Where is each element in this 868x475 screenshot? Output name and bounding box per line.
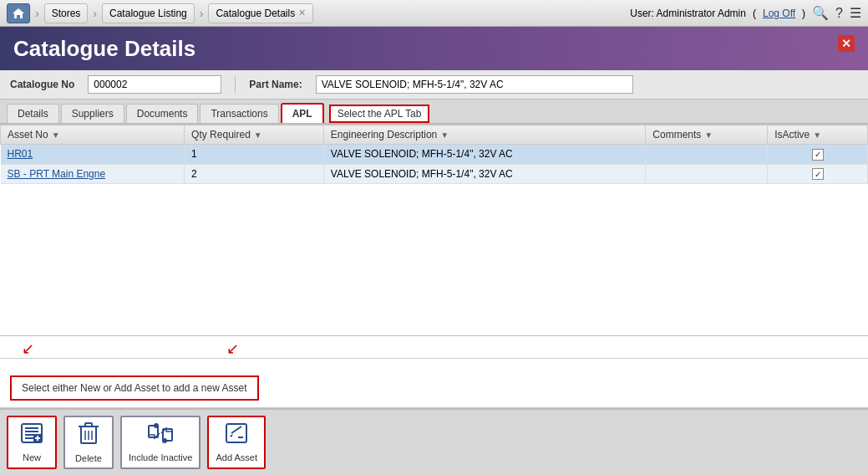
annotation-area: Select either New or Add Asset to add a …	[0, 358, 868, 408]
col-eng-desc[interactable]: Engineering Description ▼	[323, 125, 645, 145]
main-window: Catalogue Details ✕ Catalogue No Part Na…	[0, 27, 868, 475]
svg-marker-21	[230, 434, 233, 437]
breadcrumb-stores[interactable]: Stores	[44, 3, 89, 23]
add-asset-label: Add Asset	[216, 452, 257, 462]
apl-table-container[interactable]: Asset No ▼ Qty Required ▼	[0, 125, 868, 336]
tab-suppliers[interactable]: Suppliers	[61, 104, 124, 123]
home-button[interactable]	[7, 3, 30, 23]
svg-point-17	[154, 423, 159, 428]
search-icon[interactable]: 🔍	[812, 5, 829, 21]
include-inactive-icon	[148, 422, 173, 449]
col-comments[interactable]: Comments ▼	[646, 125, 768, 145]
tab-transactions[interactable]: Transactions	[200, 104, 278, 123]
breadcrumb-catalogue-details[interactable]: Catalogue Details ✕	[208, 3, 313, 23]
new-label: New	[23, 452, 41, 462]
new-icon	[20, 422, 43, 449]
cell-is-active	[768, 164, 868, 184]
cell-asset-no: HR01	[1, 145, 185, 165]
svg-marker-0	[13, 8, 24, 18]
is-active-checkbox[interactable]	[812, 149, 824, 161]
toolbar: New Delete	[0, 408, 868, 475]
delete-label: Delete	[75, 453, 102, 463]
new-button[interactable]: New	[7, 416, 57, 469]
cell-asset-no: SB - PRT Main Engne	[1, 164, 185, 184]
col-qty-required[interactable]: Qty Required ▼	[185, 125, 324, 145]
delete-button[interactable]: Delete	[63, 416, 114, 469]
tab-apl[interactable]: APL	[281, 103, 324, 123]
menu-icon[interactable]: ☰	[850, 5, 861, 21]
apl-table: Asset No ▼ Qty Required ▼	[0, 125, 868, 184]
sort-qty-icon[interactable]: ▼	[254, 130, 262, 140]
apl-tooltip: Select the APL Tab	[329, 105, 430, 123]
title-bar: Catalogue Details ✕	[0, 27, 868, 70]
cell-eng-desc: VALVE SOLENOID; MFH-5-1/4", 32V AC	[323, 164, 645, 184]
window-close-button[interactable]: ✕	[838, 35, 855, 52]
sort-asset-no-icon[interactable]: ▼	[52, 130, 60, 140]
cell-comments	[646, 145, 768, 165]
cell-is-active	[768, 145, 868, 165]
sort-comments-icon[interactable]: ▼	[704, 130, 713, 140]
col-is-active[interactable]: IsActive ▼	[768, 125, 868, 145]
new-arrow-icon: ↙	[22, 340, 34, 358]
catalogue-no-input[interactable]	[88, 75, 221, 94]
user-area: User: Administrator Admin ( Log Off ) 🔍 …	[630, 5, 861, 21]
help-icon[interactable]: ?	[835, 6, 843, 21]
tab-documents[interactable]: Documents	[126, 104, 199, 123]
catalogue-no-label: Catalogue No	[10, 79, 74, 90]
cell-qty: 1	[185, 145, 324, 165]
breadcrumb-area: › Stores › Catalogue Listing › Catalogue…	[7, 3, 313, 23]
table-row[interactable]: SB - PRT Main Engne 2 VALVE SOLENOID; MF…	[1, 164, 868, 184]
delete-icon	[78, 421, 99, 450]
is-active-checkbox[interactable]	[812, 168, 824, 180]
page-title: Catalogue Details	[13, 36, 195, 62]
breadcrumb-close-icon[interactable]: ✕	[298, 8, 306, 18]
user-label: User: Administrator Admin	[630, 8, 746, 19]
tabs-bar: Details Suppliers Documents Transactions…	[0, 100, 868, 125]
annotation-box: Select either New or Add Asset to add a …	[10, 375, 259, 401]
svg-rect-19	[226, 424, 246, 442]
tab-details[interactable]: Details	[7, 104, 59, 123]
form-area: Catalogue No Part Name:	[0, 70, 868, 100]
part-name-input[interactable]	[316, 75, 633, 94]
table-row[interactable]: HR01 1 VALVE SOLENOID; MFH-5-1/4", 32V A…	[1, 145, 868, 165]
add-asset-icon	[225, 422, 248, 449]
sort-isactive-icon[interactable]: ▼	[813, 130, 821, 140]
add-asset-arrow-icon: ↙	[226, 340, 239, 358]
table-wrapper: Asset No ▼ Qty Required ▼	[0, 125, 868, 336]
sort-eng-icon[interactable]: ▼	[440, 130, 449, 140]
form-divider	[235, 76, 236, 93]
include-inactive-label: Include Inactive	[129, 452, 192, 462]
svg-point-18	[162, 438, 167, 443]
part-name-label: Part Name:	[249, 79, 302, 90]
svg-line-20	[231, 426, 241, 433]
cell-comments	[646, 164, 768, 184]
add-asset-button[interactable]: Add Asset	[207, 416, 266, 469]
cell-qty: 2	[185, 164, 324, 184]
top-nav: › Stores › Catalogue Listing › Catalogue…	[0, 0, 868, 27]
svg-rect-11	[85, 423, 92, 426]
include-inactive-button[interactable]: Include Inactive	[120, 416, 201, 469]
cell-eng-desc: VALVE SOLENOID; MFH-5-1/4", 32V AC	[323, 145, 645, 165]
arrows-area: ↙ ↙	[0, 336, 868, 358]
logoff-link[interactable]: Log Off	[763, 8, 795, 19]
breadcrumb-catalogue-listing[interactable]: Catalogue Listing	[102, 3, 195, 23]
col-asset-no[interactable]: Asset No ▼	[1, 125, 185, 145]
